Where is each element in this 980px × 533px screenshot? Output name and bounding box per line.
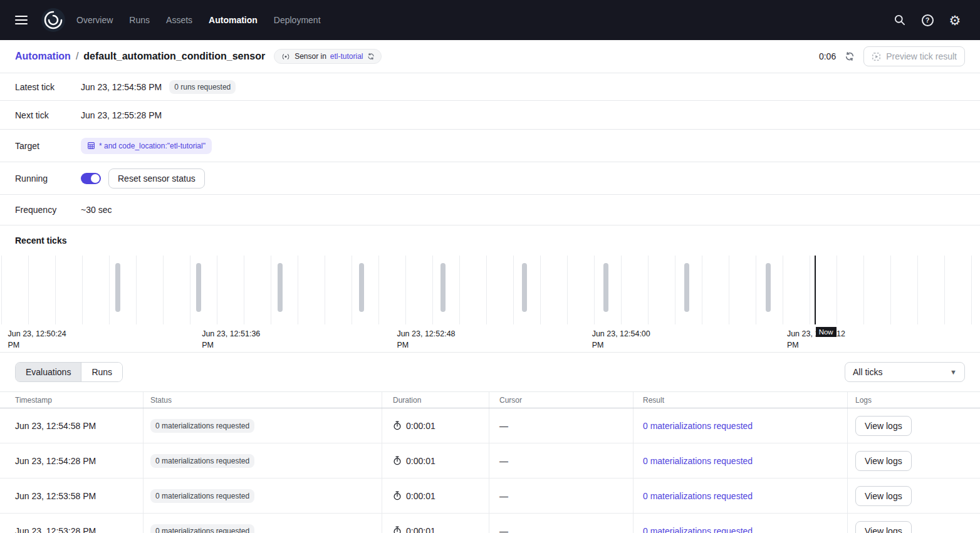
runs-requested-badge: 0 runs requested bbox=[169, 80, 236, 94]
tick-filter-select[interactable]: All ticks ▼ bbox=[845, 362, 965, 382]
tick-bar[interactable] bbox=[603, 263, 608, 312]
running-toggle[interactable] bbox=[81, 173, 101, 184]
sensor-badge-label: Sensor in bbox=[295, 52, 326, 61]
nav-right-icons: ? ⚙ bbox=[890, 10, 970, 30]
tick-bar[interactable] bbox=[115, 263, 120, 312]
asset-selection-chip[interactable]: * and code_location:"etl-tutorial" bbox=[81, 138, 212, 154]
cell-timestamp: Jun 23, 12:53:28 PM bbox=[0, 514, 143, 533]
view-logs-button[interactable]: View logs bbox=[855, 521, 912, 533]
table-row: Jun 23, 12:53:58 PM 0 materializations r… bbox=[0, 479, 980, 514]
search-icon[interactable] bbox=[890, 10, 910, 30]
nav-item-overview[interactable]: Overview bbox=[76, 15, 113, 25]
tab-runs[interactable]: Runs bbox=[81, 363, 122, 381]
view-logs-button[interactable]: View logs bbox=[855, 451, 912, 471]
stopwatch-icon bbox=[393, 491, 402, 500]
nav-item-assets[interactable]: Assets bbox=[166, 15, 192, 25]
cell-duration: 0:00:01 bbox=[382, 408, 489, 443]
view-logs-button[interactable]: View logs bbox=[855, 486, 912, 506]
target-row: Target * and code_location:"etl-tutorial… bbox=[0, 130, 980, 162]
target-label: Target bbox=[15, 141, 81, 151]
breadcrumb-automation-link[interactable]: Automation bbox=[15, 51, 71, 62]
table-row: Jun 23, 12:54:58 PM 0 materializations r… bbox=[0, 408, 980, 443]
axis-ticks bbox=[0, 319, 980, 324]
next-tick-label: Next tick bbox=[15, 110, 81, 120]
status-badge: 0 materializations requested bbox=[150, 524, 254, 533]
refresh-icon[interactable] bbox=[843, 50, 856, 63]
result-link[interactable]: 0 materializations requested bbox=[643, 456, 753, 466]
cell-cursor: — bbox=[489, 479, 633, 513]
recent-ticks-axis: Now Jun 23, 12:50:24 PMJun 23, 12:51:36 … bbox=[0, 324, 980, 352]
evaluations-toolbar: Evaluations Runs All ticks ▼ bbox=[0, 352, 980, 391]
dagster-logo-icon[interactable] bbox=[41, 8, 65, 32]
cell-timestamp: Jun 23, 12:54:28 PM bbox=[0, 443, 143, 478]
menu-icon[interactable] bbox=[13, 9, 35, 31]
cell-duration: 0:00:01 bbox=[382, 443, 489, 478]
col-status: Status bbox=[143, 392, 382, 408]
help-icon[interactable]: ? bbox=[917, 10, 937, 30]
latest-tick-value: Jun 23, 12:54:58 PM bbox=[81, 82, 162, 92]
nav-item-runs[interactable]: Runs bbox=[129, 15, 150, 25]
cell-logs: View logs bbox=[848, 514, 980, 533]
tick-bar[interactable] bbox=[440, 263, 446, 312]
cell-status: 0 materializations requested bbox=[143, 514, 382, 533]
view-segmented-control: Evaluations Runs bbox=[15, 362, 123, 382]
nav-item-automation[interactable]: Automation bbox=[209, 15, 258, 25]
tick-bar[interactable] bbox=[766, 263, 771, 312]
cell-status: 0 materializations requested bbox=[143, 479, 382, 513]
result-link[interactable]: 0 materializations requested bbox=[643, 491, 753, 501]
recent-ticks-timeline: Now Jun 23, 12:50:24 PMJun 23, 12:51:36 … bbox=[0, 256, 980, 352]
latest-tick-label: Latest tick bbox=[15, 82, 81, 92]
result-link[interactable]: 0 materializations requested bbox=[643, 421, 753, 431]
tick-bar[interactable] bbox=[684, 263, 689, 312]
cell-result: 0 materializations requested bbox=[633, 514, 848, 533]
page-header: Automation / default_automation_conditio… bbox=[0, 40, 980, 73]
asset-selection-text: * and code_location:"etl-tutorial" bbox=[99, 142, 206, 150]
header-actions: 0:06 Preview tick result bbox=[819, 46, 965, 66]
nav-items: Overview Runs Assets Automation Deployme… bbox=[76, 15, 321, 25]
table-grid-icon bbox=[87, 142, 95, 150]
cell-cursor: — bbox=[489, 443, 633, 478]
cell-duration: 0:00:01 bbox=[382, 514, 489, 533]
cell-logs: View logs bbox=[848, 408, 980, 443]
recent-ticks-chart bbox=[0, 256, 980, 319]
now-label: Now bbox=[816, 327, 837, 337]
evaluations-table: Timestamp Status Duration Cursor Result … bbox=[0, 391, 980, 533]
tab-evaluations[interactable]: Evaluations bbox=[16, 363, 81, 381]
code-location-link[interactable]: etl-tutorial bbox=[330, 52, 363, 61]
stopwatch-icon bbox=[393, 526, 402, 533]
cell-duration: 0:00:01 bbox=[382, 479, 489, 513]
frequency-label: Frequency bbox=[15, 205, 81, 215]
cell-result: 0 materializations requested bbox=[633, 408, 848, 443]
axis-label: Jun 23, 12:51:36 PM bbox=[202, 328, 269, 351]
result-link[interactable]: 0 materializations requested bbox=[643, 526, 753, 533]
tick-bar[interactable] bbox=[278, 263, 283, 312]
chevron-down-icon: ▼ bbox=[950, 368, 957, 376]
axis-label: Jun 23, 12:54:00 PM bbox=[592, 328, 660, 351]
cell-status: 0 materializations requested bbox=[143, 443, 382, 478]
cell-timestamp: Jun 23, 12:53:58 PM bbox=[0, 479, 143, 513]
tick-bar[interactable] bbox=[522, 263, 527, 312]
next-tick-row: Next tick Jun 23, 12:55:28 PM bbox=[0, 101, 980, 130]
view-logs-button[interactable]: View logs bbox=[855, 416, 912, 436]
preview-tick-result-button[interactable]: Preview tick result bbox=[863, 46, 965, 66]
tick-bar[interactable] bbox=[196, 263, 201, 312]
cell-timestamp: Jun 23, 12:54:58 PM bbox=[0, 408, 143, 443]
cell-status: 0 materializations requested bbox=[143, 408, 382, 443]
tick-bar[interactable] bbox=[359, 263, 364, 312]
nav-item-deployment[interactable]: Deployment bbox=[274, 15, 321, 25]
col-logs: Logs bbox=[848, 392, 980, 408]
axis-label: Jun 23, 12:50:24 PM bbox=[8, 328, 76, 351]
stopwatch-icon bbox=[393, 421, 402, 430]
table-row: Jun 23, 12:53:28 PM 0 materializations r… bbox=[0, 514, 980, 533]
tick-filter-value: All ticks bbox=[853, 367, 882, 377]
cell-logs: View logs bbox=[848, 443, 980, 478]
settings-gear-icon[interactable]: ⚙ bbox=[945, 10, 965, 30]
next-tick-value: Jun 23, 12:55:28 PM bbox=[81, 110, 162, 120]
col-result: Result bbox=[633, 392, 848, 408]
status-badge: 0 materializations requested bbox=[150, 454, 254, 468]
page-title: default_automation_condition_sensor bbox=[83, 51, 265, 62]
sync-icon[interactable] bbox=[367, 53, 375, 60]
reset-sensor-status-button[interactable]: Reset sensor status bbox=[108, 168, 205, 189]
status-badge: 0 materializations requested bbox=[150, 419, 254, 433]
now-line bbox=[815, 256, 816, 324]
